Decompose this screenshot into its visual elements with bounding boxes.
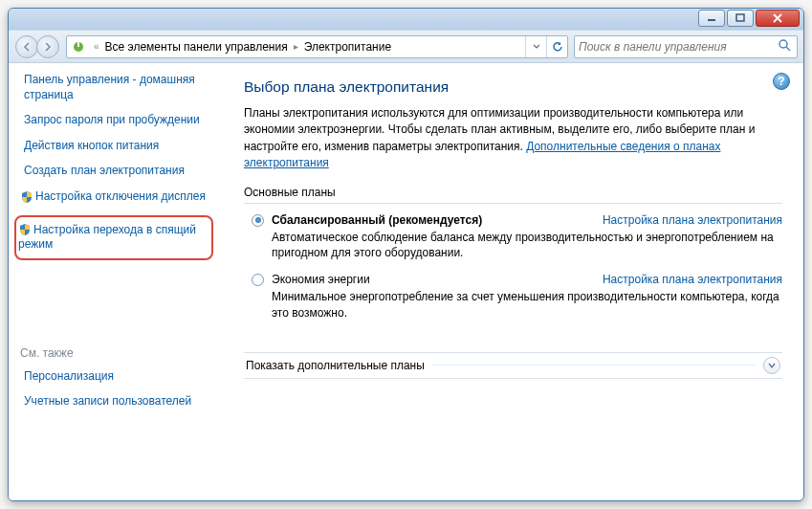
plan-powersaver-settings-link[interactable]: Настройка плана электропитания (603, 273, 782, 286)
sidebar-item-password[interactable]: Запрос пароля при пробуждении (20, 113, 213, 128)
back-button[interactable] (15, 35, 38, 58)
svg-rect-3 (77, 42, 79, 47)
search-input[interactable]: Поиск в панели управления (574, 35, 798, 58)
chevron-left-icon: « (90, 41, 103, 52)
plan-balanced: Сбалансированный (рекомендуется) Настрой… (248, 213, 782, 262)
seealso-user-accounts[interactable]: Учетные записи пользователей (20, 394, 213, 409)
address-bar[interactable]: « Все элементы панели управления ▸ Элект… (66, 35, 568, 58)
plan-balanced-desc: Автоматическое соблюдение баланса между … (272, 230, 782, 262)
chevron-down-icon (763, 357, 780, 374)
see-also-section: См. также Персонализация Учетные записи … (20, 346, 213, 409)
refresh-button[interactable] (546, 36, 567, 57)
sidebar-item-display-off[interactable]: Настройка отключения дисплея (20, 189, 213, 205)
search-placeholder: Поиск в панели управления (579, 40, 778, 54)
maximize-button[interactable] (727, 10, 754, 27)
shield-icon (20, 190, 33, 204)
address-dropdown-button[interactable] (525, 36, 546, 57)
search-icon (778, 38, 793, 55)
breadcrumb-current[interactable]: Электропитание (302, 40, 393, 54)
svg-rect-1 (736, 14, 744, 21)
close-button[interactable] (756, 10, 800, 27)
minimize-button[interactable] (698, 10, 725, 27)
main-content: ? Выбор плана электропитания Планы элект… (221, 63, 803, 500)
plan-powersaver-radio[interactable] (252, 274, 264, 286)
sidebar-item-buttons[interactable]: Действия кнопок питания (20, 139, 213, 154)
plan-powersaver: Экономия энергии Настройка плана электро… (248, 273, 782, 321)
help-icon[interactable]: ? (773, 73, 790, 90)
nav-buttons (14, 34, 60, 59)
expander-label: Показать дополнительные планы (246, 359, 425, 372)
page-title: Выбор плана электропитания (244, 78, 782, 96)
control-panel-window: « Все элементы панели управления ▸ Элект… (8, 8, 804, 501)
plan-powersaver-name: Экономия энергии (272, 273, 370, 286)
forward-button[interactable] (36, 35, 59, 58)
expander-line (432, 365, 756, 365)
sidebar-item-sleep[interactable]: Настройка перехода в спящий режим (18, 223, 206, 253)
power-options-icon (71, 39, 86, 55)
plan-powersaver-desc: Минимальное энергопотребление за счет ум… (272, 289, 782, 321)
chevron-right-icon: ▸ (290, 41, 302, 52)
shield-icon (18, 223, 32, 236)
sidebar-item-create-plan[interactable]: Создать план электропитания (20, 164, 213, 179)
svg-point-4 (779, 40, 787, 48)
sidebar: Панель управления - домашняя страница За… (9, 63, 221, 500)
window-body: Панель управления - домашняя страница За… (9, 62, 803, 500)
plans-section-label: Основные планы (244, 186, 782, 199)
plan-balanced-radio[interactable] (252, 214, 264, 227)
svg-line-5 (786, 47, 790, 51)
address-toolbar: « Все элементы панели управления ▸ Элект… (9, 30, 803, 62)
highlighted-sidebar-item: Настройка перехода в спящий режим (14, 215, 213, 260)
plan-balanced-name: Сбалансированный (рекомендуется) (272, 213, 482, 227)
window-titlebar (9, 9, 803, 30)
plans-group: Сбалансированный (рекомендуется) Настрой… (244, 203, 782, 339)
see-also-title: См. также (20, 346, 213, 360)
intro-text: Планы электропитания используются для оп… (244, 105, 782, 172)
plan-balanced-settings-link[interactable]: Настройка плана электропитания (603, 213, 782, 227)
show-more-plans[interactable]: Показать дополнительные планы (244, 352, 782, 379)
seealso-personalization[interactable]: Персонализация (20, 369, 213, 385)
control-panel-home-link[interactable]: Панель управления - домашняя страница (20, 73, 213, 102)
svg-rect-0 (708, 19, 715, 21)
breadcrumb-parent[interactable]: Все элементы панели управления (103, 40, 290, 54)
